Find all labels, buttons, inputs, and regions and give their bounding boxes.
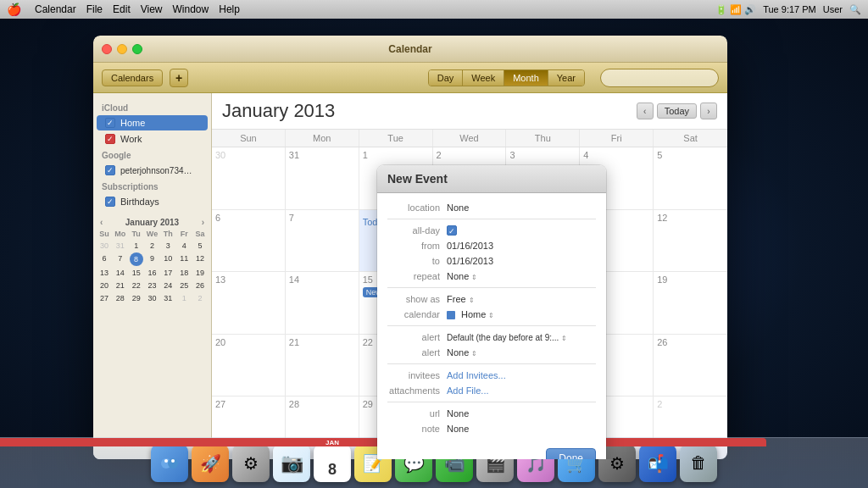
- mini-day[interactable]: 25: [176, 280, 192, 291]
- sidebar-item-birthdays[interactable]: ✓ Birthdays: [97, 194, 208, 209]
- dock-finder[interactable]: [151, 445, 188, 482]
- mini-day[interactable]: 22: [129, 280, 144, 291]
- repeat-value[interactable]: None ⇕: [447, 271, 596, 281]
- menu-view[interactable]: View: [141, 3, 163, 15]
- menu-help[interactable]: Help: [219, 3, 240, 15]
- to-value[interactable]: 01/16/2013: [447, 256, 596, 266]
- mini-day[interactable]: 5: [192, 240, 208, 252]
- dock-calendar[interactable]: JAN 8: [314, 445, 351, 482]
- mini-day[interactable]: 11: [176, 252, 192, 266]
- sidebar-item-google[interactable]: ✓ peterjohnson734@...: [97, 163, 208, 178]
- birthdays-checkbox[interactable]: ✓: [105, 197, 115, 207]
- from-value[interactable]: 01/16/2013: [447, 241, 596, 251]
- cal-day[interactable]: 5: [654, 147, 727, 209]
- google-checkbox[interactable]: ✓: [105, 165, 115, 175]
- mini-day[interactable]: 14: [113, 267, 128, 279]
- menubar-user[interactable]: User: [823, 4, 843, 14]
- mini-day[interactable]: 17: [160, 267, 175, 279]
- prev-month-button[interactable]: ‹: [637, 103, 654, 119]
- mini-day[interactable]: 24: [160, 280, 175, 291]
- search-icon[interactable]: 🔍: [849, 4, 861, 15]
- mini-day[interactable]: 2: [145, 240, 160, 252]
- showas-value[interactable]: Free ⇕: [447, 294, 596, 304]
- separator: [387, 402, 596, 402]
- mini-day[interactable]: 1: [129, 240, 144, 252]
- mini-day[interactable]: 23: [145, 280, 160, 291]
- cal-day[interactable]: 6: [212, 210, 286, 272]
- sidebar-item-home[interactable]: ✓ Home: [97, 115, 208, 130]
- mini-day[interactable]: 28: [113, 292, 128, 304]
- mini-day[interactable]: 10: [160, 252, 175, 266]
- view-day-button[interactable]: Day: [429, 70, 464, 86]
- menu-window[interactable]: Window: [173, 3, 209, 15]
- minimize-button[interactable]: [117, 44, 127, 54]
- mini-day[interactable]: 26: [192, 280, 208, 291]
- done-button[interactable]: Done: [546, 448, 596, 459]
- calendars-button[interactable]: Calendars: [102, 69, 163, 86]
- next-month-button[interactable]: ›: [700, 103, 717, 119]
- mini-day[interactable]: 9: [145, 252, 160, 266]
- dock-photos[interactable]: 📷: [273, 445, 310, 482]
- mini-day[interactable]: 30: [97, 240, 112, 252]
- cal-day[interactable]: 7: [286, 210, 359, 272]
- dock-trash[interactable]: 🗑: [680, 445, 717, 482]
- mini-day[interactable]: 21: [113, 280, 128, 291]
- mini-day[interactable]: 12: [192, 252, 208, 266]
- mini-cal-prev[interactable]: ‹: [100, 218, 103, 227]
- mini-day[interactable]: 13: [97, 267, 112, 279]
- add-calendar-button[interactable]: +: [170, 69, 188, 87]
- mini-day[interactable]: 18: [176, 267, 192, 279]
- maximize-button[interactable]: [132, 44, 142, 54]
- cal-day[interactable]: 31: [286, 147, 359, 209]
- view-month-button[interactable]: Month: [504, 70, 548, 86]
- menu-calendar[interactable]: Calendar: [35, 3, 76, 15]
- mini-day[interactable]: 16: [145, 267, 160, 279]
- cal-day[interactable]: 30: [212, 147, 286, 209]
- mini-day[interactable]: 29: [129, 292, 144, 304]
- cal-day[interactable]: 13: [212, 272, 286, 334]
- invitees-value[interactable]: Add Invitees...: [447, 370, 596, 380]
- home-checkbox[interactable]: ✓: [105, 118, 115, 128]
- menu-file[interactable]: File: [86, 3, 103, 15]
- calendar-grid: January 2013 ‹ Today › Sun Mon Tue Wed T…: [212, 93, 727, 459]
- alert2-value[interactable]: None ⇕: [447, 347, 596, 358]
- sidebar-item-work[interactable]: ✓ Work: [97, 131, 208, 147]
- cal-day[interactable]: 12: [654, 210, 727, 272]
- dock-mail[interactable]: 📬: [639, 445, 676, 482]
- calendar-value[interactable]: Home ⇕: [447, 309, 596, 319]
- mini-cal-next[interactable]: ›: [202, 218, 204, 227]
- mini-day[interactable]: 27: [97, 292, 112, 304]
- view-year-button[interactable]: Year: [548, 70, 584, 86]
- mini-day[interactable]: 4: [176, 240, 192, 252]
- mini-day-today[interactable]: 8: [130, 252, 143, 266]
- mini-day[interactable]: 31: [113, 240, 128, 252]
- apple-menu[interactable]: 🍎: [7, 3, 21, 16]
- cal-day[interactable]: 20: [212, 335, 286, 396]
- cal-day[interactable]: 21: [286, 335, 359, 396]
- attachments-value[interactable]: Add File...: [447, 385, 596, 396]
- mini-day[interactable]: 7: [113, 252, 128, 266]
- dock-launchpad[interactable]: 🚀: [192, 445, 229, 482]
- cal-day[interactable]: 19: [654, 272, 727, 334]
- dock-system-prefs[interactable]: ⚙: [232, 445, 270, 482]
- mini-day[interactable]: 31: [160, 292, 175, 304]
- mini-day[interactable]: 2: [192, 292, 208, 304]
- mini-day[interactable]: 15: [129, 267, 144, 279]
- window-title: Calendar: [388, 43, 431, 55]
- view-week-button[interactable]: Week: [463, 70, 504, 86]
- mini-day[interactable]: 20: [97, 280, 112, 291]
- today-button[interactable]: Today: [657, 103, 697, 119]
- cal-day[interactable]: 26: [654, 335, 727, 396]
- mini-day[interactable]: 1: [176, 292, 192, 304]
- allday-checkbox[interactable]: ✓: [447, 225, 596, 236]
- menu-edit[interactable]: Edit: [113, 3, 131, 15]
- mini-day[interactable]: 19: [192, 267, 208, 279]
- mini-day[interactable]: 6: [97, 252, 112, 266]
- mini-day[interactable]: 3: [160, 240, 175, 252]
- cal-day[interactable]: 14: [286, 272, 359, 334]
- close-button[interactable]: [102, 44, 112, 54]
- alert1-value[interactable]: Default (the day before at 9:... ⇕: [447, 333, 596, 342]
- work-checkbox[interactable]: ✓: [105, 134, 115, 144]
- search-input[interactable]: [600, 69, 719, 87]
- mini-day[interactable]: 30: [145, 292, 160, 304]
